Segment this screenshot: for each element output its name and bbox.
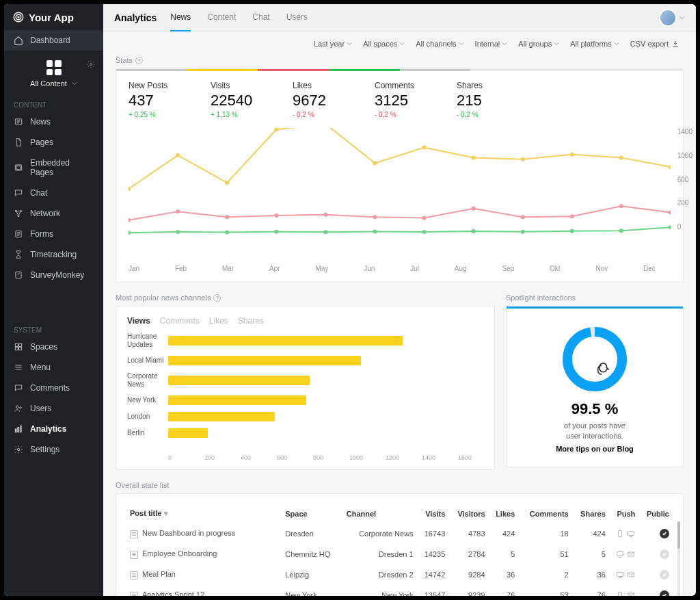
filter-internal[interactable]: Internal	[475, 40, 508, 48]
nav-news[interactable]: News	[4, 112, 103, 132]
public-toggle[interactable]	[660, 590, 669, 596]
nav-dashboard[interactable]: Dashboard	[4, 30, 103, 51]
nav-pages[interactable]: Pages	[4, 132, 103, 153]
svg-point-28	[422, 146, 426, 150]
table-row[interactable]: Employee Onboarding Chemnitz HQDresden 1…	[127, 544, 672, 564]
chevron-down-icon	[399, 41, 405, 47]
avatar	[659, 9, 677, 27]
table-row[interactable]: New Dashboard in progress DresdenCorpora…	[127, 523, 672, 544]
analytics-icon	[14, 424, 23, 434]
table-row[interactable]: Analytics Sprint 12 New YorkNew York 135…	[127, 585, 672, 596]
table-row[interactable]: Meal Plan LeipzigDresden 2 147429284 362…	[127, 564, 672, 585]
nav-menu[interactable]: Menu	[4, 357, 103, 378]
stat-new-posts: New Posts 437 + 0,25 %	[129, 81, 183, 118]
col-visitors[interactable]: Visitors	[448, 504, 487, 523]
tab-news[interactable]: News	[170, 4, 191, 31]
popular-panel: ViewsCommentsLikesShares Hurricane Updat…	[116, 306, 495, 470]
col-channel[interactable]: Channel	[344, 504, 416, 523]
svg-point-54	[521, 230, 525, 234]
nav-label: SurveyMonkey	[30, 270, 84, 280]
nav-chat[interactable]: Chat	[4, 183, 103, 203]
col-visits[interactable]: Visits	[416, 504, 448, 523]
svg-rect-20	[20, 426, 21, 432]
col-space[interactable]: Space	[282, 504, 344, 523]
tab-content[interactable]: Content	[207, 4, 236, 31]
svg-point-43	[570, 214, 574, 218]
public-toggle[interactable]	[660, 549, 669, 559]
svg-rect-65	[628, 573, 634, 577]
filter-all-groups[interactable]: All groups	[518, 40, 559, 48]
nav-forms[interactable]: Forms	[4, 224, 103, 244]
svg-point-33	[669, 165, 671, 169]
col-push[interactable]: Push	[608, 504, 638, 523]
col-likes[interactable]: Likes	[488, 504, 518, 523]
doc-icon	[130, 571, 138, 579]
col-comments[interactable]: Comments	[517, 504, 571, 523]
pop-tab-views[interactable]: Views	[127, 316, 150, 326]
home-icon	[14, 36, 23, 45]
doc-icon	[130, 530, 138, 538]
survey-icon	[14, 270, 23, 280]
tab-users[interactable]: Users	[286, 4, 308, 31]
table-label: Overall state list	[116, 481, 684, 489]
stats-panel: New Posts 437 + 0,25 % Visits 22540 + 1,…	[116, 68, 684, 283]
col-post-title[interactable]: Post title ▾	[127, 504, 282, 523]
svg-rect-61	[628, 532, 634, 536]
svg-point-55	[570, 229, 574, 233]
svg-point-46	[129, 231, 131, 235]
pop-tab-likes[interactable]: Likes	[209, 316, 228, 326]
svg-rect-19	[18, 428, 19, 432]
chevron-down-icon	[502, 41, 507, 47]
spotlight-label: Spotlight interactions	[506, 294, 684, 302]
nav-spaces[interactable]: Spaces	[4, 337, 103, 357]
chevron-down-icon	[554, 41, 559, 47]
col-shares[interactable]: Shares	[571, 504, 608, 523]
col-public[interactable]: Public	[638, 504, 672, 523]
nav-timetracking[interactable]: Timetracking	[4, 244, 103, 265]
nav-comments[interactable]: Comments	[4, 378, 103, 398]
filter-all-platforms[interactable]: All platforms	[570, 40, 619, 48]
nav-label: Network	[30, 209, 60, 218]
svg-point-17	[20, 407, 21, 408]
svg-point-45	[669, 210, 671, 214]
stat-likes: Likes 9672 - 0,2 %	[293, 81, 347, 118]
nav-analytics[interactable]: Analytics	[4, 419, 103, 439]
csv-export[interactable]: CSV export	[630, 40, 679, 48]
spotlight-link[interactable]: More tips on our Blog	[556, 445, 634, 453]
nav-network[interactable]: Network	[4, 203, 103, 224]
pop-tab-shares[interactable]: Shares	[238, 316, 264, 326]
filter-all-spaces[interactable]: All spaces	[363, 40, 405, 48]
nav-users[interactable]: Users	[4, 398, 103, 419]
public-toggle[interactable]	[660, 570, 669, 579]
tab-chat[interactable]: Chat	[252, 4, 269, 31]
content-selector[interactable]: All Content	[4, 79, 103, 94]
nav-embedded-pages[interactable]: Embedded Pages	[4, 153, 103, 183]
svg-point-51	[373, 230, 377, 234]
pop-tab-comments[interactable]: Comments	[160, 316, 200, 326]
embed-icon	[14, 163, 23, 172]
main: Analytics NewsContentChatUsers Last year…	[103, 4, 696, 596]
svg-rect-66	[619, 592, 622, 597]
svg-point-27	[373, 161, 377, 165]
bar-row: Corporate News	[127, 372, 483, 389]
gear-icon[interactable]	[87, 60, 95, 68]
filter-last-year[interactable]: Last year	[314, 40, 352, 48]
mobile-icon	[616, 591, 624, 596]
table-scrollbar[interactable]	[677, 521, 680, 596]
chat-icon	[14, 188, 23, 198]
public-toggle[interactable]	[660, 529, 669, 538]
news-icon	[14, 117, 23, 127]
svg-rect-18	[15, 429, 16, 432]
mail-icon	[627, 550, 635, 558]
svg-point-48	[225, 231, 229, 235]
svg-point-24	[225, 181, 229, 185]
desktop-icon	[616, 550, 624, 558]
app-grid[interactable]	[4, 60, 103, 75]
svg-point-57	[669, 225, 671, 229]
nav-surveymonkey[interactable]: SurveyMonkey	[4, 265, 103, 285]
nav-settings[interactable]: Settings	[4, 439, 103, 460]
svg-point-41	[472, 207, 476, 211]
filter-all-channels[interactable]: All channels	[416, 40, 463, 48]
user-menu[interactable]	[659, 9, 685, 27]
svg-rect-15	[19, 348, 22, 350]
